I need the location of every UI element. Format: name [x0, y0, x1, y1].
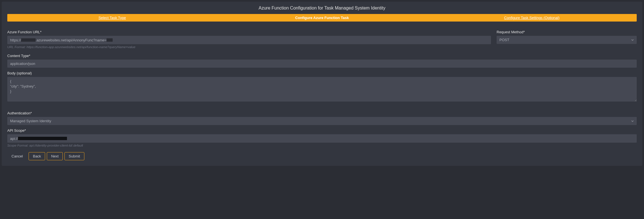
api-scope-label: API Scope* [7, 128, 637, 133]
body-textarea[interactable]: { "city": "Sydney", } [7, 77, 637, 102]
url-mid: .azurewebsites.net/api/AnnonyFunc?name= [36, 38, 106, 42]
url-input[interactable]: https:// .azurewebsites.net/api/AnnonyFu… [7, 36, 491, 44]
body-label: Body (optional) [7, 71, 637, 75]
config-panel: Azure Function Configuration for Task Ma… [2, 2, 642, 166]
wizard-steps: Select Task Type Configure Azure Functio… [7, 14, 637, 22]
url-helper: URL Format: https://function-app.azurewe… [7, 45, 491, 49]
submit-button[interactable]: Submit [64, 152, 84, 160]
page-title: Azure Function Configuration for Task Ma… [7, 6, 637, 11]
url-prefix: https:// [10, 38, 21, 42]
method-label: Request Method* [497, 30, 637, 34]
redacted-segment [106, 38, 113, 42]
auth-select[interactable]: Managed System Identity [7, 117, 637, 125]
wizard-step-select-type[interactable]: Select Task Type [7, 14, 217, 22]
content-type-input[interactable] [7, 60, 637, 68]
api-scope-prefix: api:// [10, 136, 18, 141]
content-type-label: Content Type* [7, 54, 637, 58]
api-scope-helper: Scope Format: api://identity-provider-cl… [7, 144, 637, 147]
url-label: Azure Function URL* [7, 30, 491, 34]
cancel-button[interactable]: Cancel [7, 152, 27, 160]
redacted-segment [21, 38, 36, 42]
button-row: Cancel Back Next Submit [7, 152, 637, 160]
back-button[interactable]: Back [29, 152, 45, 160]
next-button[interactable]: Next [47, 152, 63, 160]
wizard-step-task-settings[interactable]: Configure Task Settings (Optional) [427, 14, 637, 22]
wizard-step-configure-function[interactable]: Configure Azure Function Task [217, 14, 427, 22]
method-select[interactable]: POST [497, 36, 637, 44]
api-scope-input[interactable]: api:// [7, 134, 637, 143]
redacted-segment [18, 137, 67, 140]
auth-label: Authentication* [7, 111, 637, 115]
